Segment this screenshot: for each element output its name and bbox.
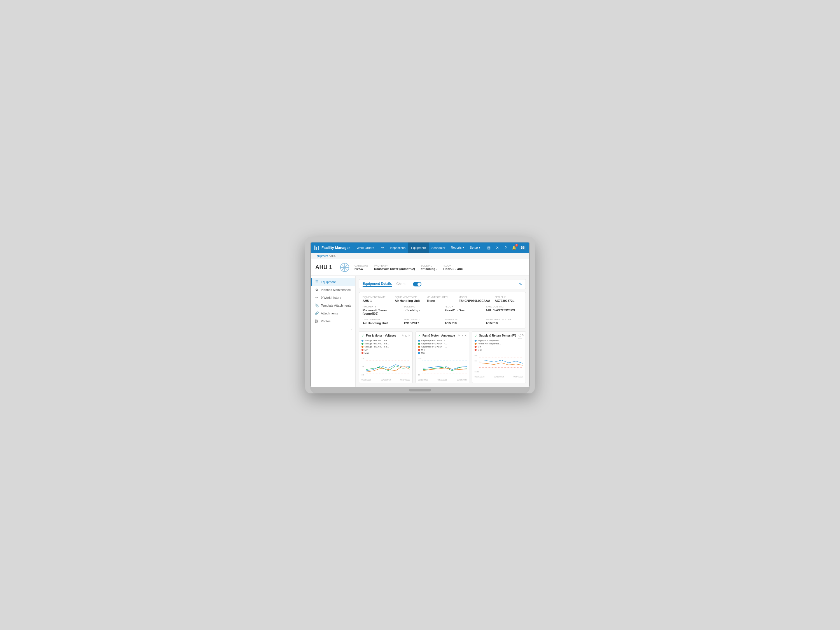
svg-text:10: 10 (418, 374, 420, 376)
planned-maintenance-icon: ⚙ (315, 288, 319, 292)
sidebar-item-equipment[interactable]: ☰ Equipment (311, 278, 355, 286)
breadcrumb: Equipment / AHU 1 (311, 253, 529, 259)
svg-text:230: 230 (362, 358, 365, 360)
nav-inspections[interactable]: Inspections (387, 243, 409, 253)
equipment-header: AHU 1 Category HVAC Property Roosevelt T… (311, 259, 529, 276)
detail-equipment-type: Equipment Type Air Handling Unit (395, 296, 422, 302)
chart2-status-icon: ✓ (418, 334, 421, 338)
detail-serial: Serial # AX72392372L (495, 296, 522, 302)
chart2-legend: Amperage PH1 AHU - F... Amperage PH2 AHU… (418, 339, 467, 354)
work-history-icon: ↩ (315, 296, 319, 300)
topnav: Facility Manager Work Orders PM Inspecti… (311, 243, 529, 253)
chart1-status-icon: ✓ (362, 334, 364, 338)
sidebar-item-work-history[interactable]: ↩ 9 Work History (311, 294, 355, 302)
detail-model: Model FB4CNP030L00EAAA (459, 296, 490, 302)
svg-text:90: 90 (475, 354, 477, 357)
chart1-xaxis: 01/30/2018 02/12/2019 03/04/2020 (362, 379, 410, 381)
detail-barcode: Barcode Tag AHU 1-AX72392372L (486, 305, 523, 315)
chart-voltages: ✓ Fan & Motor - Voltages ✎ ∧ ✕ Voltage P… (359, 331, 413, 383)
sidebar-item-planned-maintenance[interactable]: ⚙ Planned Maintenance (311, 286, 355, 294)
chart1-legend: Voltage PH1 AHU - Fa... Voltage PH2 AHU … (362, 339, 410, 354)
detail-building: Building officebldg - (404, 305, 441, 315)
chart-temps: + ∧ ✕ ✓ Supply & Return Temps (F°) Suppl… (472, 331, 526, 383)
chart1-up-btn[interactable]: ∧ (405, 334, 407, 337)
main-content: Equipment Details Charts ✎ (355, 276, 529, 387)
chart2-up-btn[interactable]: ∧ (461, 334, 463, 337)
nav-right: ▦ ✕ ? 🔔 1 BS (486, 245, 526, 251)
sidebar-collapse-button[interactable]: ‹ (311, 325, 355, 333)
detail-installed: Installed 1/1/2018 (445, 318, 481, 325)
chart3-legend: Supply Air Temperatu... Return Air Tempe… (475, 339, 523, 351)
chart2-edit-btn[interactable]: ✎ (458, 334, 460, 337)
sidebar: ☰ Equipment ⚙ Planned Maintenance ↩ 9 Wo… (311, 276, 355, 387)
svg-text:80: 80 (475, 360, 477, 362)
chart1-title: Fan & Motor - Voltages (366, 334, 396, 337)
detail-property: Property Roosevelt Tower (comoff02) (363, 305, 399, 315)
detail-floor: Floor Floor01 - One (445, 305, 481, 315)
equipment-title: AHU 1 (315, 264, 335, 270)
svg-rect-2 (318, 246, 319, 250)
grid-icon[interactable]: ▦ (486, 245, 492, 251)
help-icon[interactable]: ? (502, 245, 509, 251)
chart2-close-btn[interactable]: ✕ (464, 334, 467, 337)
svg-rect-0 (314, 245, 316, 250)
chart2-svg: 20.5 10 (418, 356, 467, 378)
notification-icon[interactable]: 🔔 1 (511, 245, 518, 251)
nav-work-orders[interactable]: Work Orders (354, 243, 377, 253)
detail-manufacturer: Manufacturer Trane (427, 296, 454, 302)
close-icon[interactable]: ✕ (494, 245, 501, 251)
content-layout: ☰ Equipment ⚙ Planned Maintenance ↩ 9 Wo… (311, 276, 529, 387)
equipment-icon: ☰ (315, 280, 319, 284)
details-row3: Description Air Handling Unit Purchased … (363, 318, 522, 325)
chart3-xaxis: 01/30/2018 02/12/2019 03/04/2020 (475, 376, 523, 378)
nav-pm[interactable]: PM (377, 243, 387, 253)
chart-add-button[interactable]: + (518, 335, 522, 339)
chart3-status-icon: ✓ (475, 334, 477, 338)
svg-text:55.55: 55.55 (475, 371, 479, 373)
tab-equipment-details[interactable]: Equipment Details (363, 282, 392, 287)
breadcrumb-current: AHU 1 (330, 254, 338, 257)
chart3-svg: 90 80 55.55 (475, 353, 523, 375)
nav-reports[interactable]: Reports ▾ (448, 243, 467, 253)
chart-amperage: ✓ Fan & Motor - Amperage ✎ ∧ ✕ Amperage … (415, 331, 469, 383)
content-tabs: Equipment Details Charts ✎ (359, 279, 526, 289)
svg-rect-1 (316, 247, 317, 250)
brand-label: Facility Manager (321, 246, 350, 250)
detail-maintenance-start: Maintenance Start 1/1/2018 (486, 318, 523, 325)
equipment-meta: Category HVAC Property Roosevelt Tower (… (354, 264, 525, 270)
tab-charts[interactable]: Charts (396, 282, 406, 286)
chart2-title: Fan & Motor - Amperage (423, 334, 455, 337)
notification-badge: 1 (515, 244, 518, 247)
detail-equipment-name: Equipment Name AHU 1 (363, 296, 390, 302)
sidebar-item-template-attachments[interactable]: 📎 Template Attachments (311, 302, 355, 309)
nav-scheduler[interactable]: Scheduler (429, 243, 448, 253)
svg-text:200: 200 (362, 365, 365, 367)
details-row1: Equipment Name AHU 1 Equipment Type Air … (363, 296, 522, 302)
brand: Facility Manager (314, 245, 350, 251)
svg-text:185: 185 (362, 374, 365, 376)
sidebar-item-attachments[interactable]: 🔗 Attachments (311, 309, 355, 317)
charts-row: ✓ Fan & Motor - Voltages ✎ ∧ ✕ Voltage P… (359, 331, 526, 383)
details-row2: Property Roosevelt Tower (comoff02) Buil… (363, 305, 522, 315)
detail-description: Description Air Handling Unit (363, 318, 399, 325)
details-panel: Equipment Name AHU 1 Equipment Type Air … (359, 292, 526, 328)
template-attachments-icon: 📎 (315, 303, 319, 308)
photos-icon: 🖼 (315, 319, 319, 323)
chart2-xaxis: 01/30/2018 02/12/2019 03/04/2020 (418, 379, 467, 381)
sidebar-item-photos[interactable]: 🖼 Photos (311, 317, 355, 325)
detail-purchased: Purchased 12/10/2017 (404, 318, 441, 325)
chart1-edit-btn[interactable]: ✎ (401, 334, 404, 337)
chart1-svg: 230 200 185 (362, 356, 410, 378)
edit-icon[interactable]: ✎ (519, 282, 522, 286)
chart3-title: Supply & Return Temps (F°) (479, 334, 516, 337)
breadcrumb-parent[interactable]: Equipment (315, 254, 328, 257)
nav-setup[interactable]: Setup ▾ (467, 243, 483, 253)
charts-toggle[interactable] (413, 282, 422, 286)
chart1-close-btn[interactable]: ✕ (408, 334, 410, 337)
nav-links: Work Orders PM Inspections Equipment Sch… (354, 243, 486, 253)
svg-text:20.5: 20.5 (418, 358, 422, 360)
nav-equipment[interactable]: Equipment (408, 243, 429, 253)
attachments-icon: 🔗 (315, 311, 319, 315)
user-badge[interactable]: BS (519, 246, 526, 250)
